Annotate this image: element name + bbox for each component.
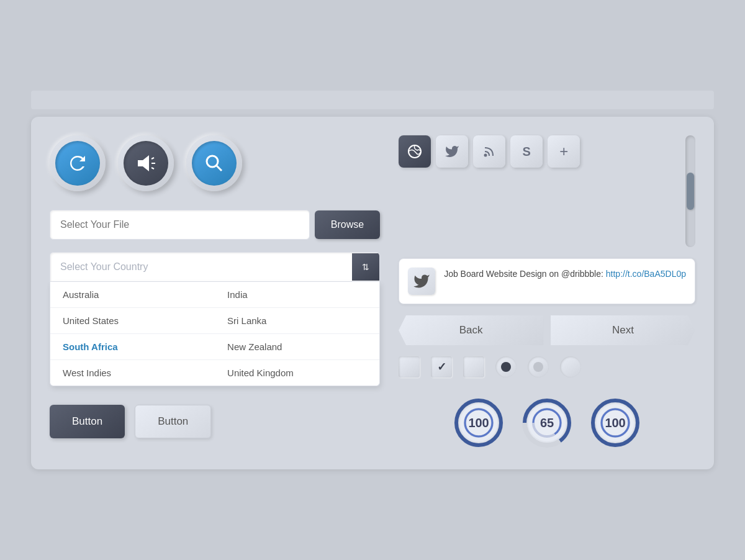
dark-button[interactable]: Button [50, 405, 125, 438]
country-united-states[interactable]: United States [50, 308, 215, 334]
rss-button[interactable] [473, 135, 505, 168]
radio-empty-2[interactable] [560, 356, 581, 377]
circle-buttons-row [50, 135, 380, 191]
svg-marker-0 [138, 155, 149, 171]
scrollbar-track[interactable] [685, 135, 695, 247]
progress-label-100-1: 100 [468, 416, 489, 430]
refresh-button[interactable] [50, 135, 106, 191]
file-input-row: Browse [50, 210, 380, 240]
refresh-icon [55, 141, 100, 186]
country-west-indies[interactable]: West Indies [50, 360, 215, 386]
country-select-row[interactable]: Select Your Country ⇅ [50, 252, 380, 282]
country-south-africa[interactable]: South Africa [50, 334, 215, 360]
plus-icon: + [559, 143, 568, 160]
scrollbar-thumb[interactable] [687, 173, 694, 210]
country-new-zealand[interactable]: New Zealand [215, 334, 379, 360]
radio-empty-1[interactable] [528, 356, 549, 377]
back-button[interactable]: Back [399, 315, 543, 345]
top-bar [31, 91, 714, 109]
country-sri-lanka[interactable]: Sri Lanka [215, 308, 379, 334]
plus-button[interactable]: + [548, 135, 580, 168]
broadcast-icon [124, 141, 168, 186]
circle-100-1: 100 [451, 395, 507, 451]
tweet-content: Job Board Website Design on @dribbble: h… [444, 268, 686, 281]
tweet-link[interactable]: http://t.co/BaA5DL0p [606, 269, 686, 279]
skype-icon: S [522, 145, 530, 159]
outer-container: Browse Select Your Country ⇅ Australia I… [0, 0, 745, 560]
checkbox-unchecked-2[interactable] [463, 356, 484, 377]
twitter-bird-icon [408, 268, 435, 295]
controls-row: ✓ [399, 356, 695, 377]
svg-line-5 [217, 166, 222, 171]
dribbble-button[interactable] [399, 135, 431, 168]
twitter-button[interactable] [436, 135, 468, 168]
right-with-scrollbar: S + [399, 135, 695, 451]
tweet-box: Job Board Website Design on @dribbble: h… [399, 258, 695, 304]
country-select-wrapper: Select Your Country ⇅ Australia India Un… [50, 252, 380, 386]
country-grid: Australia India United States Sri Lanka … [50, 282, 379, 386]
circle-100-2: 100 [587, 395, 643, 451]
left-section: Browse Select Your Country ⇅ Australia I… [50, 135, 380, 451]
radio-inner-dot [501, 362, 511, 372]
bottom-buttons-row: Button Button [50, 405, 380, 438]
right-content: S + [399, 135, 695, 451]
progress-circle-2: 65 [519, 395, 575, 451]
country-india[interactable]: India [215, 282, 379, 308]
progress-circle-1: 100 [451, 395, 507, 451]
country-australia[interactable]: Australia [50, 282, 215, 308]
skype-button[interactable]: S [510, 135, 543, 168]
progress-label-100-2: 100 [605, 416, 625, 430]
svg-line-3 [151, 168, 154, 169]
tweet-body: Job Board Website Design on @dribbble: [444, 269, 606, 279]
svg-point-4 [207, 156, 218, 167]
light-button[interactable]: Button [135, 405, 211, 438]
broadcast-button[interactable] [118, 135, 174, 191]
social-icons-row: S + [399, 135, 580, 168]
svg-point-7 [484, 154, 487, 157]
main-panel: Browse Select Your Country ⇅ Australia I… [31, 117, 714, 469]
radio-filled[interactable] [495, 356, 517, 377]
browse-button[interactable]: Browse [315, 210, 380, 239]
next-button[interactable]: Next [551, 315, 695, 345]
country-select-arrow-icon[interactable]: ⇅ [352, 253, 379, 281]
progress-circle-3: 100 [587, 395, 643, 451]
svg-line-1 [151, 158, 154, 159]
progress-circles-row: 100 [399, 395, 695, 451]
checkbox-checked[interactable]: ✓ [431, 356, 452, 377]
country-united-kingdom[interactable]: United Kingdom [215, 360, 379, 386]
circle-65: 65 [519, 395, 575, 451]
nav-buttons-row: Back Next [399, 315, 695, 345]
country-select-placeholder: Select Your Country [50, 253, 352, 281]
file-input[interactable] [50, 210, 310, 240]
radio-inner-light [533, 362, 543, 372]
country-dropdown: Australia India United States Sri Lanka … [50, 282, 380, 386]
search-icon [192, 141, 237, 186]
search-button[interactable] [186, 135, 242, 191]
checkbox-unchecked-1[interactable] [399, 356, 420, 377]
progress-label-65: 65 [540, 416, 554, 430]
